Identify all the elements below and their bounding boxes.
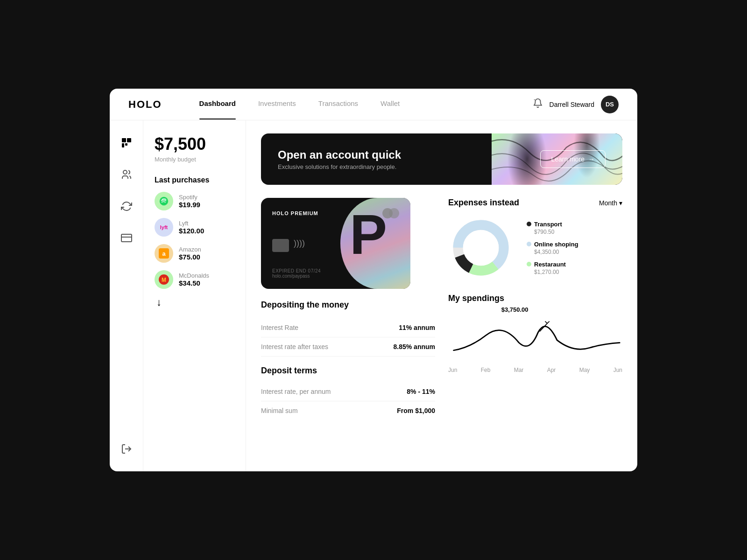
deposit-title: Depositing the money bbox=[261, 300, 435, 310]
restaurant-dot bbox=[527, 262, 531, 266]
card-chip bbox=[272, 239, 289, 252]
purchase-name: Lyft bbox=[179, 220, 204, 227]
amazon-icon: a bbox=[155, 244, 173, 263]
purchase-amount: $120.00 bbox=[179, 227, 204, 235]
nfc-icon: )))) bbox=[294, 238, 305, 248]
mastercard-icon bbox=[382, 208, 399, 218]
card-chip-nfc: )))) bbox=[272, 235, 399, 252]
legend-online: Online shoping $4,350.00 bbox=[527, 241, 578, 255]
nav-transactions[interactable]: Transactions bbox=[318, 99, 358, 109]
month-label: May bbox=[579, 367, 590, 373]
people-icon[interactable] bbox=[118, 166, 135, 183]
purchase-info: Lyft $120.00 bbox=[179, 220, 204, 235]
header-right: Darrell Steward DS bbox=[533, 96, 619, 113]
restaurant-amount: $1,270.00 bbox=[534, 269, 578, 275]
sidebar bbox=[110, 120, 143, 471]
legend-restaurant: Restaraunt $1,270.00 bbox=[527, 261, 578, 275]
lower-grid: HOLO PREMIUM )))) EXPIRED END 07/24 bbox=[261, 198, 622, 420]
svg-rect-1 bbox=[122, 138, 126, 142]
deposit-terms-title: Deposit terms bbox=[261, 366, 435, 376]
card-bottom: EXPIRED END 07/24 holo.com/paypass bbox=[272, 268, 399, 279]
list-item: lyft Lyft $120.00 bbox=[155, 218, 234, 237]
expenses-legend: Transport $790.50 Online shoping bbox=[527, 221, 578, 275]
list-item: Spotify $19.99 bbox=[155, 192, 234, 210]
purchase-name: Spotify bbox=[179, 194, 200, 201]
logout-icon[interactable] bbox=[118, 441, 135, 457]
expenses-header: Expenses instead Month ▾ bbox=[448, 198, 622, 208]
svg-text:a: a bbox=[162, 250, 166, 257]
app-container: HOLO Dashboard Investments Transactions … bbox=[110, 89, 637, 471]
card-section: HOLO PREMIUM )))) EXPIRED END 07/24 bbox=[261, 198, 435, 420]
nav-wallet[interactable]: Wallet bbox=[381, 99, 400, 109]
credit-card: HOLO PREMIUM )))) EXPIRED END 07/24 bbox=[261, 198, 410, 289]
deposit-val: 8.85% annum bbox=[394, 343, 435, 350]
chart-months: Jun Feb Mar Apr May Jun bbox=[448, 367, 622, 373]
expenses-panel: Expenses instead Month ▾ bbox=[448, 198, 622, 280]
sidebar-bottom bbox=[118, 441, 135, 457]
month-label: Feb bbox=[481, 367, 491, 373]
purchases-title: Last purchases bbox=[155, 176, 234, 184]
card-url: holo.com/paypass bbox=[272, 273, 399, 279]
purchase-amount: $75.00 bbox=[179, 253, 201, 261]
mcdonalds-icon: M bbox=[155, 270, 173, 289]
budget-amount: $7,500 bbox=[155, 134, 234, 154]
table-row: Interest rate, per annum 8% - 11% bbox=[261, 382, 435, 401]
avatar[interactable]: DS bbox=[601, 96, 619, 113]
month-label: Apr bbox=[547, 367, 556, 373]
budget-label: Monthly budget bbox=[155, 156, 234, 163]
list-item: M McDonalds $34.50 bbox=[155, 270, 234, 289]
logo: HOLO bbox=[128, 98, 162, 111]
purchase-info: McDonalds $34.50 bbox=[179, 272, 209, 287]
list-item: a Amazon $75.00 bbox=[155, 244, 234, 263]
bell-icon[interactable] bbox=[533, 98, 543, 111]
purchase-amount: $34.50 bbox=[179, 279, 209, 287]
learn-more-button[interactable]: Learn more → bbox=[540, 150, 606, 168]
deposit-terms-val: From $1,000 bbox=[397, 407, 435, 414]
month-label: Mar bbox=[514, 367, 524, 373]
purchase-name: Amazon bbox=[179, 246, 201, 253]
deposit-terms-key: Minimal sum bbox=[261, 407, 298, 414]
deposit-val: 11% annum bbox=[399, 324, 435, 331]
lyft-icon: lyft bbox=[155, 218, 173, 237]
purchase-amount: $19.99 bbox=[179, 201, 200, 209]
transport-amount: $790.50 bbox=[534, 229, 578, 235]
deposit-key: Interest Rate bbox=[261, 324, 298, 331]
spending-peak-label: $3,750.00 bbox=[501, 306, 529, 313]
deposit-terms-key: Interest rate, per annum bbox=[261, 388, 331, 395]
right-section: Expenses instead Month ▾ bbox=[448, 198, 622, 420]
card-top: HOLO PREMIUM bbox=[272, 208, 399, 218]
refresh-icon[interactable] bbox=[118, 198, 135, 215]
spendings-chart: $3,750.00 bbox=[448, 307, 622, 363]
table-row: Interest rate after taxes 8.85% annum bbox=[261, 337, 435, 357]
month-label: Jun bbox=[613, 367, 622, 373]
month-dropdown[interactable]: Month ▾ bbox=[599, 199, 622, 207]
svg-rect-2 bbox=[127, 138, 131, 142]
card-brand: HOLO PREMIUM bbox=[272, 210, 318, 216]
main-layout: $7,500 Monthly budget Last purchases Spo… bbox=[110, 120, 637, 471]
expenses-content: Transport $790.50 Online shoping bbox=[448, 215, 622, 280]
deposit-terms-val: 8% - 11% bbox=[407, 388, 435, 395]
svg-point-5 bbox=[123, 170, 127, 174]
svg-rect-6 bbox=[121, 234, 132, 242]
left-panel: $7,500 Monthly budget Last purchases Spo… bbox=[143, 120, 246, 471]
down-arrow-icon[interactable]: ↓ bbox=[156, 296, 234, 308]
online-amount: $4,350.00 bbox=[534, 249, 578, 255]
grid-icon[interactable] bbox=[118, 134, 135, 151]
legend-transport: Transport $790.50 bbox=[527, 221, 578, 235]
deposit-section: Depositing the money Interest Rate 11% a… bbox=[261, 300, 435, 420]
table-row: Minimal sum From $1,000 bbox=[261, 401, 435, 420]
nav-investments[interactable]: Investments bbox=[258, 99, 296, 109]
card-icon[interactable] bbox=[118, 230, 135, 246]
svg-text:M: M bbox=[162, 277, 166, 283]
svg-rect-4 bbox=[125, 143, 127, 146]
svg-line-19 bbox=[540, 323, 547, 331]
purchase-name: McDonalds bbox=[179, 272, 209, 279]
user-name: Darrell Steward bbox=[550, 101, 594, 108]
nav-dashboard[interactable]: Dashboard bbox=[199, 99, 236, 109]
svg-rect-3 bbox=[122, 143, 124, 147]
header: HOLO Dashboard Investments Transactions … bbox=[110, 89, 637, 120]
banner: Open an account quick Exclusive solution… bbox=[261, 133, 622, 185]
spotify-icon bbox=[155, 192, 173, 210]
spendings-title: My spendings bbox=[448, 294, 622, 303]
content-area: Open an account quick Exclusive solution… bbox=[246, 120, 637, 471]
